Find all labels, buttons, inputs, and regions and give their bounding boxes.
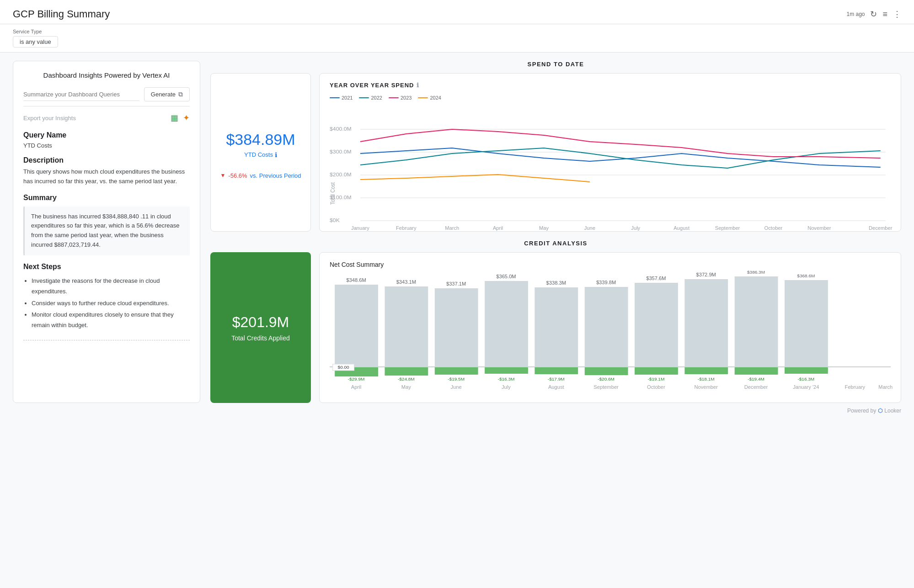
svg-text:August: August [673,226,690,231]
svg-rect-65 [735,367,778,375]
svg-rect-55 [635,367,678,375]
credits-label: Total Credits Applied [231,334,290,342]
svg-text:-$29.9M: -$29.9M [348,377,365,381]
svg-text:June: June [584,226,595,231]
svg-text:April: April [351,385,361,390]
svg-rect-70 [785,367,828,374]
svg-text:$300.0M: $300.0M [330,149,352,154]
summary-heading: Summary [23,194,190,202]
svg-rect-50 [585,367,628,375]
footer-brand-name: Looker [884,408,901,414]
svg-text:-$19.1M: -$19.1M [648,377,665,381]
export-slides-icon[interactable]: ✦ [183,113,190,123]
svg-text:-$17.9M: -$17.9M [548,377,565,381]
svg-text:October: October [764,226,783,231]
svg-text:May: May [401,385,412,390]
svg-text:June: June [451,385,462,390]
svg-text:September: September [715,226,740,231]
insights-input-row: Generate ⧉ [23,87,190,101]
svg-text:$348.6M: $348.6M [346,278,366,283]
query-section: Query Name YTD Costs [23,131,190,149]
ytd-change-pct: -56.6% [228,172,247,179]
svg-text:March: March [878,385,893,390]
svg-text:$386.3M: $386.3M [747,270,765,275]
export-label: Export your Insights [23,115,166,122]
header: GCP Billing Summary 1m ago ↻ ≡ ⋮ [0,0,914,24]
svg-text:February: February [845,385,866,390]
service-type-filter[interactable]: is any value [13,36,58,48]
svg-text:April: April [493,226,503,231]
svg-rect-40 [485,367,528,374]
yoy-chart-svg: $0K $100.0M $200.0M $300.0M $400.0M Tota… [330,104,891,223]
footer: Powered by ⬡ Looker [0,403,914,418]
yoy-card: YEAR OVER YEAR SPEND ℹ 2021 2022 [319,73,901,232]
ytd-change: ▼ -56.6% vs. Previous Period [220,172,301,179]
svg-text:$343.1M: $343.1M [396,280,416,285]
svg-text:February: February [396,226,417,231]
net-cost-card: Net Cost Summary $348.6M -$29.9M April [319,252,901,403]
svg-text:$338.3M: $338.3M [546,281,566,286]
svg-rect-58 [684,279,728,367]
ytd-change-vs: vs. Previous Period [250,172,301,179]
right-panels: SPEND TO DATE $384.89M YTD Costs ℹ ▼ -56… [210,61,901,403]
svg-text:$339.8M: $339.8M [596,280,616,285]
yoy-legend: 2021 2022 2023 [330,95,891,101]
svg-text:-$19.4M: -$19.4M [748,377,764,381]
dotted-divider [23,340,190,340]
svg-text:-$19.5M: -$19.5M [448,377,465,381]
insights-divider [23,106,190,106]
generate-button[interactable]: Generate ⧉ [144,87,190,101]
svg-rect-43 [535,287,578,367]
bar-april [335,285,378,367]
svg-text:March: March [445,226,459,231]
spend-row: $384.89M YTD Costs ℹ ▼ -56.6% vs. Previo… [210,73,901,232]
footer-brand: Powered by ⬡ Looker [13,408,901,414]
filter-icon[interactable]: ≡ [882,10,887,19]
footer-text: Powered by [847,408,876,414]
export-sheets-icon[interactable]: ▦ [171,113,178,123]
query-name-value: YTD Costs [23,142,190,149]
last-updated: 1m ago [846,11,865,17]
next-steps-heading: Next Steps [23,263,190,271]
header-right: 1m ago ↻ ≡ ⋮ [846,9,901,19]
svg-rect-35 [435,367,478,375]
svg-text:December: December [869,226,893,231]
svg-rect-28 [385,286,428,367]
next-steps-item: Consider ways to further reduce cloud ex… [32,298,190,308]
ytd-info-icon[interactable]: ℹ [275,151,277,159]
looker-logo-icon: ⬡ [878,408,882,414]
more-icon[interactable]: ⋮ [893,9,901,19]
credits-amount: $201.9M [232,314,289,331]
legend-2022: 2022 [359,95,382,101]
dashboard-query-input[interactable] [23,88,139,101]
spend-to-date-section: SPEND TO DATE $384.89M YTD Costs ℹ ▼ -56… [210,61,901,232]
svg-text:-$24.8M: -$24.8M [398,377,415,381]
credits-card: $201.9M Total Credits Applied [210,252,311,403]
svg-text:$400.0M: $400.0M [330,126,352,132]
svg-rect-68 [785,280,828,367]
description-heading: Description [23,156,190,164]
description-section: Description This query shows how much cl… [23,156,190,186]
svg-text:-$16.3M: -$16.3M [498,377,515,381]
net-cost-title: Net Cost Summary [330,261,891,268]
svg-text:January: January [351,226,369,231]
next-steps-item: Investigate the reasons for the decrease… [32,275,190,297]
yoy-info-icon[interactable]: ℹ [417,82,419,89]
legend-2023: 2023 [389,95,412,101]
summary-section: Summary The business has incurred $384,8… [23,194,190,255]
filter-label: Service Type [13,29,901,34]
svg-text:$365.0M: $365.0M [496,274,516,279]
svg-text:August: August [548,385,564,390]
generate-label: Generate [151,91,176,98]
page-title: GCP Billing Summary [13,8,110,20]
net-cost-chart-svg: $348.6M -$29.9M April $343.1M -$24.8M Ma… [330,275,891,394]
svg-rect-48 [585,287,628,367]
refresh-icon[interactable]: ↻ [870,9,877,19]
export-icons: ▦ ✦ [171,113,190,123]
ytd-amount: $384.89M [226,131,295,148]
svg-text:-$20.6M: -$20.6M [598,377,615,381]
summary-box: The business has incurred $384,888,840 .… [23,207,190,255]
svg-text:$200.0M: $200.0M [330,172,352,177]
credit-section-title: CREDIT ANALYSIS [210,240,901,247]
svg-text:-$18.1M: -$18.1M [698,377,715,381]
